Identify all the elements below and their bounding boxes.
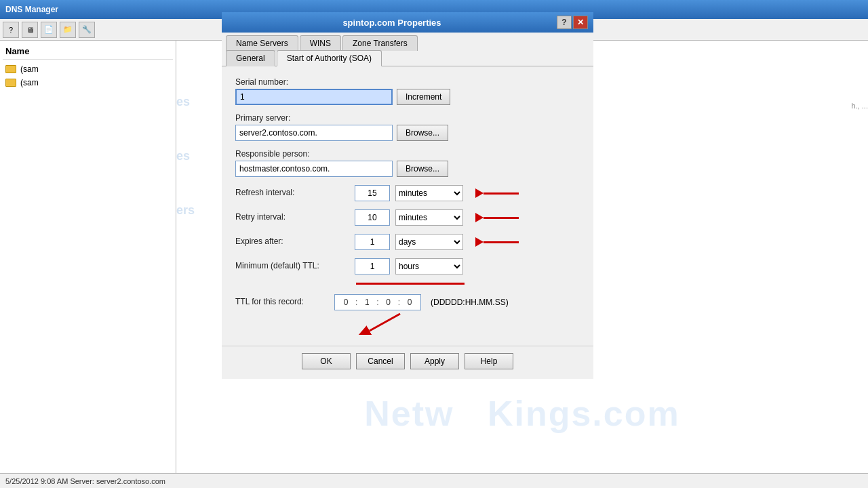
toolbar-icon3[interactable]: 📁 bbox=[60, 22, 76, 38]
expires-arrow bbox=[475, 237, 519, 247]
sidebar: Name (sam (sam bbox=[0, 41, 176, 488]
tab-zone-transfers[interactable]: Zone Transfers bbox=[342, 35, 418, 51]
bg-label-2: es bbox=[176, 149, 190, 163]
refresh-arrow bbox=[475, 188, 519, 198]
bg-label-1: es bbox=[176, 95, 190, 109]
ttl-record-row: TTL for this record: 0 : 1 : 0 : 0 (DDDD… bbox=[235, 294, 580, 310]
toolbar-help-btn[interactable]: ? bbox=[3, 22, 19, 38]
retry-interval-unit[interactable]: minutes seconds hours days bbox=[395, 209, 463, 226]
min-ttl-label: Minimum (default) TTL: bbox=[235, 261, 349, 270]
toolbar-icon2[interactable]: 📄 bbox=[41, 22, 57, 38]
dialog-titlebar: spintop.com Properties ? ✕ bbox=[222, 12, 593, 33]
tab-row-2: General Start of Authority (SOA) bbox=[222, 50, 593, 66]
primary-server-label: Primary server: bbox=[235, 113, 580, 123]
primary-server-row: Primary server: Browse... bbox=[235, 113, 580, 141]
serial-number-row: Serial number: Increment bbox=[235, 77, 580, 105]
responsible-person-input[interactable] bbox=[235, 161, 393, 177]
dialog-footer: OK Cancel Apply Help bbox=[222, 346, 593, 379]
toolbar-icon4[interactable]: 🔧 bbox=[79, 22, 95, 38]
ttl-record-section: TTL for this record: 0 : 1 : 0 : 0 (DDDD… bbox=[235, 294, 580, 335]
sidebar-item-label-1: (sam bbox=[20, 64, 39, 74]
ttl-hours: 1 bbox=[359, 298, 375, 307]
retry-interval-input[interactable] bbox=[355, 209, 390, 226]
close-button[interactable]: ✕ bbox=[573, 16, 588, 29]
ttl-format-label: (DDDDD:HH.MM.SS) bbox=[431, 298, 509, 307]
apply-button[interactable]: Apply bbox=[410, 353, 459, 369]
red-underline bbox=[356, 283, 465, 285]
sidebar-header: Name bbox=[3, 43, 173, 60]
watermark: Netw Kings.com bbox=[176, 393, 868, 434]
tab-general[interactable]: General bbox=[226, 50, 275, 66]
responsible-person-inline: Browse... bbox=[235, 161, 580, 177]
expires-after-input[interactable] bbox=[355, 234, 390, 250]
folder-icon-2 bbox=[5, 79, 16, 87]
browse-server-button[interactable]: Browse... bbox=[397, 125, 448, 141]
title-buttons: ? ✕ bbox=[557, 16, 588, 29]
expires-after-unit[interactable]: days seconds minutes hours bbox=[395, 234, 463, 250]
ttl-record-label: TTL for this record: bbox=[235, 297, 330, 306]
min-ttl-unit[interactable]: hours seconds minutes days bbox=[395, 258, 463, 274]
sidebar-item-1: (sam bbox=[3, 62, 173, 76]
dialog-body: Serial number: Increment Primary server:… bbox=[222, 66, 593, 346]
tab-row-1: Name Servers WINS Zone Transfers bbox=[222, 33, 593, 50]
refresh-interval-unit[interactable]: minutes seconds hours days bbox=[395, 185, 463, 201]
primary-server-inline: Browse... bbox=[235, 125, 580, 141]
min-ttl-input[interactable] bbox=[355, 258, 390, 274]
ttl-sep-1: : bbox=[355, 298, 357, 307]
serial-number-input[interactable] bbox=[235, 89, 393, 105]
ttl-arrow-container bbox=[356, 310, 580, 335]
ttl-sep-3: : bbox=[398, 298, 400, 307]
dns-manager-title: DNS Manager bbox=[5, 5, 58, 14]
ttl-arrow-svg bbox=[356, 310, 410, 335]
refresh-interval-input[interactable] bbox=[355, 185, 390, 201]
responsible-person-label: Responsible person: bbox=[235, 149, 580, 159]
cancel-button[interactable]: Cancel bbox=[356, 353, 405, 369]
ok-button[interactable]: OK bbox=[302, 353, 351, 369]
expires-after-label: Expires after: bbox=[235, 237, 349, 246]
tab-name-servers[interactable]: Name Servers bbox=[226, 35, 298, 51]
serial-number-inline: Increment bbox=[235, 89, 580, 105]
increment-button[interactable]: Increment bbox=[397, 89, 450, 105]
ttl-seconds: 0 bbox=[401, 298, 418, 307]
ttl-minutes: 0 bbox=[380, 298, 397, 307]
svg-line-1 bbox=[370, 314, 400, 331]
statusbar: 5/25/2012 9:08 AM Server: server2.contos… bbox=[0, 473, 868, 488]
tab-wins[interactable]: WINS bbox=[300, 35, 341, 51]
ttl-days: 0 bbox=[338, 298, 354, 307]
tab-soa[interactable]: Start of Authority (SOA) bbox=[277, 50, 382, 66]
dialog-title: spintop.com Properties bbox=[227, 18, 557, 28]
sidebar-item-label-2: (sam bbox=[20, 78, 39, 87]
properties-dialog: spintop.com Properties ? ✕ Name Servers … bbox=[222, 12, 593, 379]
retry-interval-row: Retry interval: minutes seconds hours da… bbox=[235, 209, 580, 226]
status-text: 5/25/2012 9:08 AM Server: server2.contos… bbox=[5, 477, 165, 485]
help-button[interactable]: ? bbox=[557, 16, 572, 29]
bg-label-3: ers bbox=[176, 203, 195, 218]
responsible-person-row: Responsible person: Browse... bbox=[235, 149, 580, 177]
retry-arrow bbox=[475, 213, 519, 222]
folder-icon-1 bbox=[5, 65, 16, 73]
primary-server-input[interactable] bbox=[235, 125, 393, 141]
sidebar-item-2: (sam bbox=[3, 76, 173, 89]
retry-interval-label: Retry interval: bbox=[235, 212, 349, 222]
bg-right-label: h., ... bbox=[852, 102, 868, 110]
min-ttl-row: Minimum (default) TTL: hours seconds min… bbox=[235, 258, 580, 274]
refresh-interval-label: Refresh interval: bbox=[235, 188, 349, 197]
serial-number-label: Serial number: bbox=[235, 77, 580, 87]
browse-person-button[interactable]: Browse... bbox=[397, 161, 448, 177]
ttl-box: 0 : 1 : 0 : 0 bbox=[334, 294, 421, 310]
refresh-interval-row: Refresh interval: minutes seconds hours … bbox=[235, 185, 580, 201]
expires-after-row: Expires after: days seconds minutes hour… bbox=[235, 234, 580, 250]
ttl-sep-2: : bbox=[376, 298, 378, 307]
toolbar-icon1[interactable]: 🖥 bbox=[22, 22, 38, 38]
help-footer-button[interactable]: Help bbox=[465, 353, 513, 369]
